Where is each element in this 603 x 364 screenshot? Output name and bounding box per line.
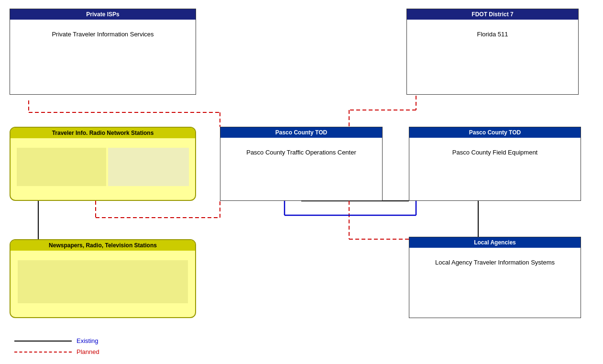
traveler-radio-node: Traveler Info. Radio Network Stations bbox=[10, 127, 196, 201]
fdot-header: FDOT District 7 bbox=[407, 9, 578, 20]
legend: Existing Planned bbox=[14, 337, 99, 355]
fdot-node: FDOT District 7 Florida 511 bbox=[406, 9, 579, 95]
legend-existing: Existing bbox=[14, 337, 99, 344]
pasco-field-body: Pasco County Field Equipment bbox=[409, 138, 581, 166]
fdot-body: Florida 511 bbox=[407, 20, 578, 48]
newspapers-node: Newspapers, Radio, Television Stations bbox=[10, 239, 196, 318]
pasco-toc-header: Pasco County TOD bbox=[220, 127, 382, 138]
private-isps-body: Private Traveler Information Services bbox=[10, 20, 196, 48]
local-agencies-body: Local Agency Traveler Information System… bbox=[409, 248, 581, 276]
traveler-radio-body bbox=[11, 138, 195, 196]
private-isps-header: Private ISPs bbox=[10, 9, 196, 20]
local-agencies-node: Local Agencies Local Agency Traveler Inf… bbox=[409, 237, 581, 318]
private-isps-node: Private ISPs Private Traveler Informatio… bbox=[10, 9, 196, 95]
legend-planned: Planned bbox=[14, 348, 99, 355]
newspapers-body bbox=[11, 251, 195, 313]
pasco-field-header: Pasco County TOD bbox=[409, 127, 581, 138]
planned-line-icon bbox=[14, 352, 72, 353]
local-agencies-header: Local Agencies bbox=[409, 237, 581, 248]
planned-label: Planned bbox=[77, 348, 99, 355]
pasco-field-node: Pasco County TOD Pasco County Field Equi… bbox=[409, 127, 581, 201]
existing-line-icon bbox=[14, 341, 72, 342]
pasco-toc-body: Pasco County Traffic Operations Center bbox=[220, 138, 382, 166]
diagram-area: Private ISPs Private Traveler Informatio… bbox=[0, 0, 603, 364]
pasco-toc-node: Pasco County TOD Pasco County Traffic Op… bbox=[220, 127, 383, 201]
existing-label: Existing bbox=[77, 337, 99, 344]
newspapers-header: Newspapers, Radio, Television Stations bbox=[11, 240, 195, 251]
traveler-radio-header: Traveler Info. Radio Network Stations bbox=[11, 128, 195, 138]
